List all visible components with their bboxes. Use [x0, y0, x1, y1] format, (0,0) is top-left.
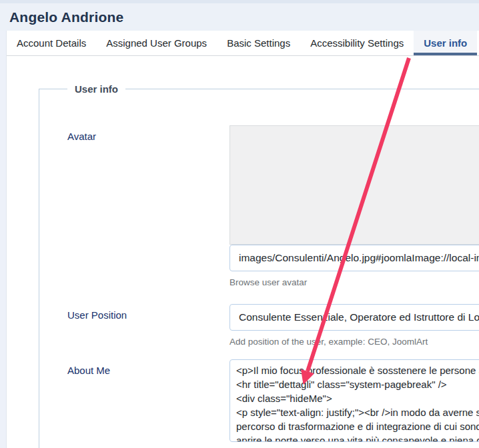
field-row-about-me: About Me <p>Il mio focus professionale è…	[67, 359, 479, 445]
user-position-input[interactable]	[229, 304, 479, 331]
content-card: Account Details Assigned User Groups Bas…	[6, 31, 479, 448]
about-me-label: About Me	[67, 359, 229, 445]
user-position-label: User Position	[67, 304, 229, 347]
tab-basic-settings[interactable]: Basic Settings	[217, 31, 300, 55]
tab-panel-user-info: User info Avatar Browse user avatar User…	[7, 56, 479, 448]
page-header: Angelo Andrione	[0, 3, 479, 31]
tab-account-details[interactable]: Account Details	[7, 31, 96, 55]
avatar-label: Avatar	[67, 125, 229, 288]
fieldset-legend: User info	[67, 83, 125, 95]
field-row-user-position: User Position Add position of the user, …	[67, 304, 479, 347]
avatar-preview[interactable]	[229, 125, 479, 245]
page-title: Angelo Andrione	[9, 9, 123, 25]
tab-bar: Account Details Assigned User Groups Bas…	[7, 31, 479, 56]
tab-accessibility-settings[interactable]: Accessibility Settings	[300, 31, 414, 55]
user-info-fieldset: User info Avatar Browse user avatar User…	[39, 83, 479, 448]
about-me-textarea[interactable]: <p>Il mio focus professionale è sosstene…	[229, 359, 479, 442]
user-position-help-text: Add position of the user, example: CEO, …	[229, 336, 479, 347]
avatar-path-input[interactable]	[229, 245, 479, 271]
tab-user-info[interactable]: User info	[414, 31, 477, 55]
field-row-avatar: Avatar Browse user avatar	[67, 125, 479, 288]
tab-assigned-user-groups[interactable]: Assigned User Groups	[96, 31, 217, 55]
avatar-help-text: Browse user avatar	[229, 277, 479, 288]
